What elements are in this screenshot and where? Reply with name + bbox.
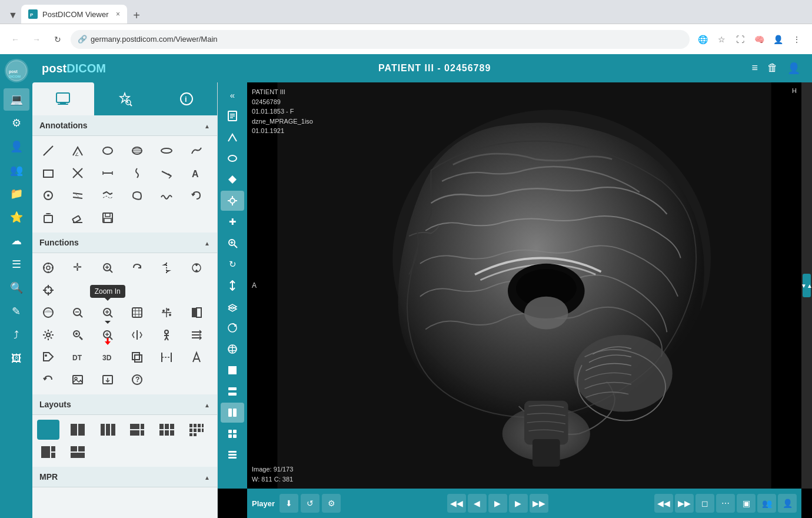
vt-move[interactable]: ✚	[221, 212, 244, 232]
player-layout[interactable]: ▣	[737, 494, 756, 513]
probe-tool[interactable]	[66, 325, 89, 345]
vt-vert-bar[interactable]	[221, 403, 244, 423]
tab-close-btn[interactable]: ×	[116, 10, 120, 18]
save-img-tool[interactable]	[96, 370, 119, 390]
zoom-tool[interactable]	[96, 258, 119, 278]
segment-tool[interactable]	[96, 185, 119, 205]
cine-tool[interactable]	[37, 258, 59, 278]
vt-diamond[interactable]	[221, 170, 244, 190]
figure-tool[interactable]	[155, 325, 178, 345]
sidebar-folder-icon[interactable]: 📁	[4, 182, 29, 205]
functions-toggle[interactable]	[204, 237, 210, 248]
vt-split-v[interactable]	[221, 381, 244, 401]
flip-h-tool[interactable]	[185, 258, 208, 278]
sidebar-tools-icon[interactable]: ⚙	[4, 112, 29, 134]
vt-zoomin[interactable]	[221, 233, 244, 253]
hatch-ellipse-tool[interactable]	[126, 141, 148, 161]
refresh-btn[interactable]: ↻	[49, 31, 66, 48]
sidebar-screens-icon[interactable]: 🖼	[4, 347, 29, 370]
translate-btn[interactable]: 🌐	[694, 31, 711, 48]
sidebar-search-icon[interactable]: 🔍	[4, 277, 29, 299]
circle-tool[interactable]	[37, 185, 59, 205]
ai-tool[interactable]	[185, 347, 208, 367]
sidebar-draw-icon[interactable]: ✎	[4, 300, 29, 323]
player-user[interactable]: 👤	[778, 494, 797, 513]
vt-gyro[interactable]	[221, 339, 244, 359]
layout-3x3[interactable]	[185, 420, 208, 440]
delete-btn[interactable]: 🗑	[765, 59, 780, 77]
vt-report[interactable]	[221, 106, 244, 126]
screen-btn[interactable]: ⛶	[732, 31, 748, 48]
player-undo[interactable]: ↺	[301, 494, 320, 513]
layout-1x1[interactable]	[37, 420, 59, 440]
layout-1x2[interactable]	[66, 420, 89, 440]
cross-tool[interactable]	[66, 163, 89, 183]
rect-tool[interactable]	[37, 163, 59, 183]
angle-tool[interactable]: ∠	[66, 141, 89, 161]
measure-tool[interactable]	[155, 347, 178, 367]
wide-ellipse-tool[interactable]	[155, 141, 178, 161]
back-btn[interactable]: ←	[7, 31, 24, 48]
vt-stripes[interactable]	[221, 445, 244, 465]
tab-list-btn[interactable]: ▼	[5, 7, 21, 24]
vt-brightness[interactable]	[221, 191, 244, 211]
layout-2x3[interactable]	[155, 420, 178, 440]
layouts-header[interactable]: Layouts	[32, 394, 217, 415]
vt-rotate-circle[interactable]	[221, 318, 244, 338]
sidebar-monitor-icon[interactable]: 💻	[4, 88, 29, 111]
sidebar-cloud-icon[interactable]: ☁	[4, 230, 29, 252]
player-persons[interactable]: 👥	[757, 494, 776, 513]
region-tool[interactable]	[126, 185, 148, 205]
pan-tool[interactable]	[126, 303, 148, 323]
tab-display[interactable]	[32, 82, 94, 115]
tab-tools[interactable]	[94, 82, 156, 115]
move-tool[interactable]: ✛	[66, 258, 89, 278]
player-skip-fwd[interactable]: ▶▶	[675, 494, 694, 513]
user-menu-btn[interactable]: 👤	[785, 59, 803, 77]
dt-tool[interactable]: DT	[66, 347, 89, 367]
star-btn[interactable]: ☆	[713, 31, 730, 48]
player-play[interactable]: ▶	[488, 494, 507, 513]
forward-btn[interactable]: →	[28, 31, 45, 48]
vt-grid[interactable]	[221, 424, 244, 444]
3d-tool[interactable]: 3D	[96, 347, 119, 367]
vt-doublearrow[interactable]: «	[221, 85, 244, 105]
scroll-handle[interactable]: ▼▲	[801, 82, 812, 489]
text-tool[interactable]: A	[185, 163, 208, 183]
player-first[interactable]: ◀◀	[447, 494, 466, 513]
zoom-in-tool[interactable]: Zoom In	[96, 303, 119, 323]
undo-tool[interactable]	[185, 185, 208, 205]
profile-btn[interactable]: 👤	[770, 31, 786, 48]
extensions-btn[interactable]: 🧠	[751, 31, 767, 48]
mpr-toggle[interactable]	[204, 471, 210, 482]
menu-btn[interactable]: ⋮	[788, 31, 805, 48]
clear-tool[interactable]	[37, 208, 59, 228]
invert-tool[interactable]	[185, 303, 208, 323]
scroll-thumb[interactable]: ▼▲	[803, 274, 811, 297]
layout-grid-r[interactable]	[66, 442, 89, 462]
ellipse-tool[interactable]	[96, 141, 119, 161]
layout-2x2-wide[interactable]	[126, 420, 148, 440]
list-view-btn[interactable]: ≡	[749, 59, 760, 77]
settings-tool[interactable]	[37, 325, 59, 345]
eraser-tool[interactable]	[66, 208, 89, 228]
freehand-tool[interactable]	[185, 141, 208, 161]
sidebar-group-icon[interactable]: 👥	[4, 159, 29, 181]
browser-tab-active[interactable]: P PostDICOM Viewer ×	[21, 5, 127, 24]
sidebar-user-icon[interactable]: 👤	[4, 135, 29, 158]
sidebar-share-icon[interactable]: ⤴	[4, 324, 29, 346]
wave-tool[interactable]	[155, 185, 178, 205]
save-annot-tool[interactable]	[96, 208, 119, 228]
vt-angle[interactable]	[221, 127, 244, 147]
player-download[interactable]: ⬇	[279, 494, 298, 513]
functions-header[interactable]: Functions	[32, 233, 217, 253]
sort-tool[interactable]	[185, 325, 208, 345]
arrow-tool[interactable]	[155, 163, 178, 183]
sidebar-list-icon[interactable]: ☰	[4, 253, 29, 275]
annotations-toggle[interactable]	[204, 120, 210, 131]
spine-tool[interactable]	[126, 163, 148, 183]
ww-tool[interactable]	[37, 303, 59, 323]
player-skip-back[interactable]: ◀◀	[654, 494, 673, 513]
rotate-tool[interactable]	[126, 258, 148, 278]
line-tool[interactable]	[96, 163, 119, 183]
